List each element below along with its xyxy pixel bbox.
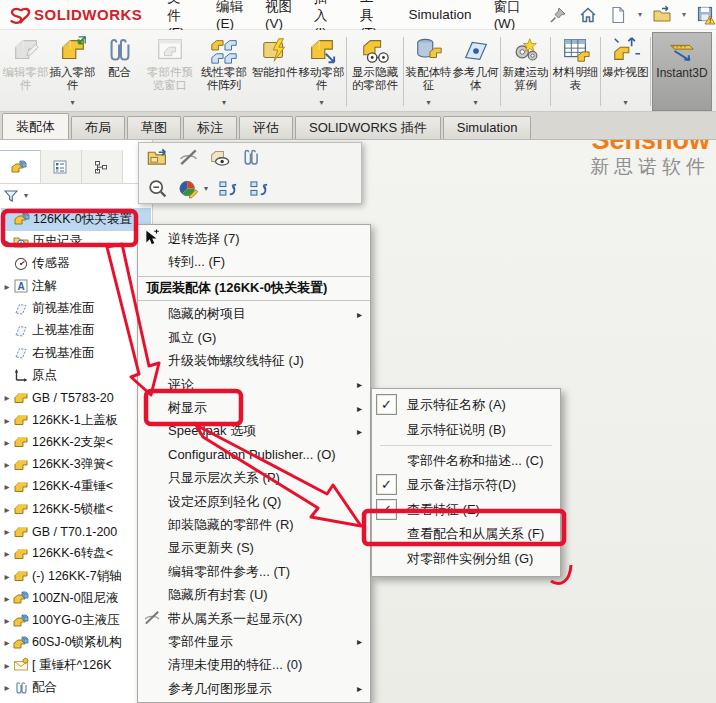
tree-item-annotations[interactable]: ▸注解: [0, 275, 152, 297]
bill-of-materials-button[interactable]: 材料明细表: [552, 32, 599, 111]
show-hidden-components-button[interactable]: 显示隐藏的零部件: [348, 32, 402, 111]
dropdown-caret-icon[interactable]: ▾: [426, 96, 430, 111]
make-virtual-icon[interactable]: [249, 178, 270, 199]
tree-item-sensors[interactable]: 传感器: [0, 253, 152, 275]
submenu-item-show-feature-names[interactable]: ✓ 显示特征名称 (A): [372, 393, 560, 417]
tree-item-part[interactable]: ▸126KK-1上盖板: [0, 409, 152, 431]
submenu-item-view-mates-and-dependencies[interactable]: 查看配合和从属关系 (F): [372, 522, 560, 546]
appearance-icon[interactable]: [178, 178, 199, 199]
filter-caret-icon[interactable]: ▾: [24, 191, 28, 200]
menu-item-unload-hidden-components[interactable]: 卸装隐藏的零部件 (R): [138, 513, 370, 536]
expander-icon[interactable]: ▸: [1, 526, 13, 537]
tree-item-history[interactable]: ▸历史记录: [0, 231, 152, 253]
tree-item-part[interactable]: ▸126KK-5锁槛<: [0, 498, 152, 520]
expander-icon[interactable]: ▸: [1, 571, 13, 582]
tree-item-part[interactable]: ▸126KK-2支架<: [0, 431, 152, 453]
menu-edit[interactable]: 编辑(E): [205, 0, 254, 31]
expander-icon[interactable]: ▸: [1, 593, 13, 604]
tree-item-right-plane[interactable]: 右视基准面: [0, 342, 152, 364]
move-component-button[interactable]: 移动零部件 ▾: [298, 32, 345, 111]
dropdown-caret-icon[interactable]: ▾: [222, 96, 226, 111]
menu-item-show-update-holders[interactable]: 显示更新夹 (S): [138, 537, 370, 560]
menu-item-show-hierarchy-only[interactable]: 只显示层次关系 (P): [138, 467, 370, 490]
dropdown-caret-icon[interactable]: ▾: [70, 96, 74, 111]
expander-icon[interactable]: ▸: [1, 637, 13, 648]
home-icon[interactable]: [578, 5, 598, 25]
menu-item-comment[interactable]: 评论▸: [138, 373, 370, 396]
tree-item-subassembly[interactable]: ▸100YG-0主液压: [0, 610, 152, 632]
menu-item-reference-geometry-display[interactable]: 参考几何图形显示▸: [138, 677, 370, 700]
expander-icon[interactable]: ▸: [1, 615, 13, 626]
temporary-fix-icon[interactable]: [218, 178, 239, 199]
menu-item-show-with-dependents[interactable]: 带从属关系一起显示(X): [138, 607, 370, 630]
panel-tab-propertymanager[interactable]: [41, 150, 82, 183]
hide-component-icon[interactable]: [178, 147, 199, 168]
tree-item-subassembly[interactable]: ▸60SJ-0锁紧机构: [0, 632, 152, 654]
tab-simulation[interactable]: Simulation: [443, 116, 532, 139]
tree-item-part[interactable]: ▸126KK-6转盘<: [0, 543, 152, 565]
menu-window[interactable]: 窗口(W): [483, 0, 534, 31]
exploded-view-button[interactable]: 爆炸视图 ▾: [602, 32, 649, 111]
tab-sketch[interactable]: 草图: [127, 116, 181, 139]
menu-item-speedpak-options[interactable]: Speedpak 选项▸: [138, 420, 370, 443]
tree-item-subassembly[interactable]: ▸100ZN-0阻尼液: [0, 587, 152, 609]
tree-item-part[interactable]: ▸GB / T70.1-200: [0, 520, 152, 542]
open-subassembly-icon[interactable]: [147, 147, 168, 168]
new-motion-study-button[interactable]: 新建运动算例: [502, 32, 549, 111]
tab-evaluate[interactable]: 评估: [239, 116, 293, 139]
menu-item-isolate[interactable]: 孤立 (G): [138, 326, 370, 349]
expander-icon[interactable]: ▸: [1, 660, 13, 671]
mate-button[interactable]: 配合: [96, 32, 143, 111]
save-icon[interactable]: [696, 5, 716, 25]
tree-item-part[interactable]: ▸126KK-3弹簧<: [0, 453, 152, 475]
smart-fasteners-button[interactable]: 智能扣件: [251, 32, 298, 111]
tree-item-part[interactable]: ▸(-) 126KK-7销轴: [0, 565, 152, 587]
expander-icon[interactable]: ▸: [1, 548, 13, 559]
menu-item-configuration-publisher[interactable]: Configuration Publisher... (O): [138, 443, 370, 466]
menu-view[interactable]: 视图(V): [254, 0, 303, 31]
submenu-item-group-component-instances[interactable]: 对零部件实例分组 (G): [372, 546, 560, 570]
expander-icon[interactable]: ▸: [1, 504, 13, 515]
change-transparency-icon[interactable]: [209, 147, 230, 168]
appearance-caret-icon[interactable]: ▾: [204, 184, 208, 193]
menu-item-invert-selection[interactable]: 逆转选择 (7): [138, 227, 370, 250]
expander-icon[interactable]: ▸: [1, 437, 13, 448]
tree-item-envelope[interactable]: ▸[ 重锤杆^126K: [0, 654, 152, 676]
panel-tab-featuremanager[interactable]: [0, 150, 41, 183]
insert-component-button[interactable]: 插入零部件 ▾: [49, 32, 96, 111]
instant3d-button[interactable]: Instant3D: [652, 32, 712, 111]
tree-root-assembly[interactable]: 126KK-0快关装置: [1, 208, 151, 231]
expander-icon[interactable]: ▸: [1, 236, 13, 247]
zoom-to-selection-icon[interactable]: [147, 178, 168, 199]
expander-icon[interactable]: ▸: [1, 481, 13, 492]
open-document-caret-icon[interactable]: ▾: [682, 10, 686, 19]
menu-item-go-to[interactable]: 转到... (F): [138, 250, 370, 273]
menu-item-tree-display[interactable]: 树显示▸: [138, 396, 370, 419]
tree-item-mates[interactable]: ▸配合: [0, 676, 152, 698]
tree-item-part[interactable]: ▸GB / T5783-20: [0, 387, 152, 409]
menu-item-component-display[interactable]: 零部件显示▸: [138, 630, 370, 653]
menu-item-set-resolved-to-lightweight[interactable]: 设定还原到轻化 (Q): [138, 490, 370, 513]
pin-icon[interactable]: [548, 5, 568, 25]
dropdown-caret-icon[interactable]: ▾: [623, 96, 627, 111]
tab-assembly[interactable]: 装配体: [2, 113, 69, 139]
menu-item-hidden-tree-items[interactable]: 隐藏的树项目▸: [138, 303, 370, 326]
submenu-item-view-features[interactable]: ✓ 查看特征 (E): [372, 498, 560, 522]
mate-icon[interactable]: [240, 147, 261, 168]
tab-solidworks-addins[interactable]: SOLIDWORKS 插件: [295, 116, 441, 139]
expander-icon[interactable]: ▸: [1, 281, 13, 292]
open-document-icon[interactable]: [652, 5, 672, 25]
menu-item-upgrade-cosmetic-threads[interactable]: 升级装饰螺纹线特征 (J): [138, 350, 370, 373]
tree-item-top-plane[interactable]: 上视基准面: [0, 320, 152, 342]
expander-icon[interactable]: ▸: [1, 415, 13, 426]
dropdown-caret-icon[interactable]: ▾: [319, 96, 323, 111]
submenu-item-show-comment-indicator[interactable]: ✓ 显示备注指示符(D): [372, 473, 560, 497]
reference-geometry-button[interactable]: 参考几何体 ▾: [452, 32, 499, 111]
expander-icon[interactable]: ▸: [1, 392, 13, 403]
tab-layout[interactable]: 布局: [71, 116, 125, 139]
new-document-icon[interactable]: [608, 5, 628, 25]
tab-markup[interactable]: 标注: [183, 116, 237, 139]
menu-item-clean-unused-features[interactable]: 清理未使用的特征... (0): [138, 654, 370, 677]
panel-tab-configurationmanager[interactable]: [82, 150, 123, 183]
tree-item-part[interactable]: ▸126KK-4重锤<: [0, 476, 152, 498]
